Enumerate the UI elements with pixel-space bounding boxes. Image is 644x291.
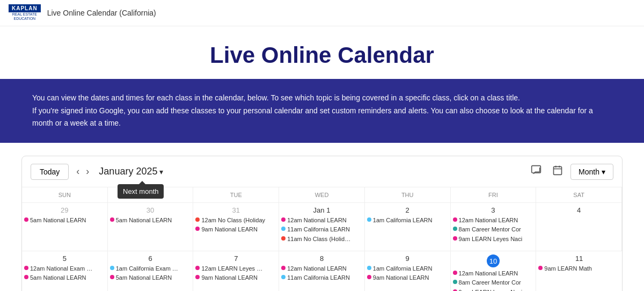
- nav-arrows: ‹ ›: [73, 166, 92, 177]
- table-row: 5 12am National Exam Pre 5am National LE…: [22, 251, 108, 291]
- date-number: 7: [195, 254, 276, 263]
- list-item[interactable]: 12am No Class (Holiday: [195, 216, 276, 224]
- top-bar: KAPLAN REAL ESTATEEDUCATION Live Online …: [0, 0, 644, 26]
- list-item[interactable]: 9am LEARN Leyes Naci: [453, 288, 534, 291]
- event-dot: [367, 275, 371, 279]
- list-item[interactable]: 9am LEARN Leyes Naci: [453, 235, 534, 243]
- prev-month-button[interactable]: ‹: [73, 166, 83, 177]
- kaplan-logo: KAPLAN REAL ESTATEEDUCATION: [9, 4, 41, 21]
- col-abbr-thu: THU: [367, 192, 448, 198]
- event-title: 5am National LEARN: [30, 274, 86, 281]
- event-dot: [367, 266, 371, 270]
- table-row: 2 1am California LEARN: [365, 203, 451, 251]
- date-number: 3: [453, 206, 534, 214]
- event-title: 9am LEARN Math: [544, 265, 592, 272]
- table-row: 30 5am National LEARN: [108, 203, 194, 251]
- list-item[interactable]: 12am National LEARN: [453, 270, 534, 277]
- event-dot: [453, 271, 457, 275]
- list-item[interactable]: 5am National LEARN: [24, 216, 105, 224]
- event-title: 9am LEARN Leyes Naci: [459, 235, 523, 243]
- event-dot: [453, 227, 457, 231]
- comment-icon-button[interactable]: [528, 163, 545, 180]
- info-line1: You can view the dates and times for eac…: [32, 92, 612, 105]
- event-dot: [281, 275, 286, 279]
- event-dot: [281, 217, 286, 222]
- month-view-button[interactable]: Month ▾: [570, 164, 613, 180]
- date-number: 2: [367, 206, 448, 214]
- event-dot: [453, 236, 457, 241]
- list-item[interactable]: 9am National LEARN: [195, 274, 276, 281]
- table-row: 6 1am California Exam Pre 5am National L…: [108, 251, 194, 291]
- list-item[interactable]: 9am National LEARN: [195, 225, 276, 233]
- table-row: Jan 1 12am National LEARN 11am Californi…: [279, 203, 365, 251]
- list-item[interactable]: 8am Career Mentor Cor: [453, 225, 534, 233]
- event-dot: [195, 275, 200, 279]
- event-dot: [195, 217, 200, 222]
- event-title: 12am National LEARN: [287, 216, 347, 224]
- event-title: 11am California LEARN: [287, 225, 350, 233]
- list-item[interactable]: 9am National LEARN: [367, 274, 448, 281]
- event-title: 11am No Class (Holiday): [287, 235, 352, 243]
- kaplan-sub: REAL ESTATEEDUCATION: [12, 12, 37, 21]
- list-item[interactable]: 8am Career Mentor Cor: [453, 279, 534, 286]
- list-item[interactable]: 11am California LEARN: [281, 274, 362, 281]
- today-button[interactable]: Today: [31, 164, 69, 180]
- col-header-tue: TUE: [193, 187, 279, 203]
- date-number: 8: [281, 254, 362, 263]
- event-title: 12am LEARN Leyes Nac: [201, 265, 266, 272]
- list-item[interactable]: 12am National LEARN: [453, 216, 534, 224]
- list-item[interactable]: 12am LEARN Leyes Nac: [195, 265, 276, 272]
- event-dot: [24, 217, 28, 222]
- event-title: 9am National LEARN: [373, 274, 429, 281]
- kaplan-badge: KAPLAN: [9, 4, 41, 12]
- month-dropdown-arrow[interactable]: ▾: [159, 168, 163, 176]
- event-dot: [110, 266, 114, 270]
- month-label: January 2025: [99, 166, 157, 177]
- col-header-fri: FRI: [451, 187, 537, 203]
- list-item[interactable]: 5am National LEARN: [24, 274, 105, 281]
- info-banner: You can view the dates and times for eac…: [0, 79, 644, 143]
- list-item[interactable]: 5am National LEARN: [110, 274, 191, 281]
- list-item[interactable]: 11am California LEARN: [281, 225, 362, 233]
- col-abbr-tue: TUE: [195, 192, 276, 198]
- list-item[interactable]: 11am No Class (Holiday): [281, 235, 362, 243]
- event-title: 12am No Class (Holiday: [201, 216, 265, 224]
- list-item[interactable]: 12am National Exam Pre: [24, 265, 105, 272]
- today-date-number: 10: [487, 254, 500, 267]
- col-header-wed: WED: [279, 187, 365, 203]
- col-abbr-sun: SUN: [24, 192, 105, 198]
- list-item[interactable]: 12am National LEARN: [281, 216, 362, 224]
- svg-rect-1: [554, 167, 562, 175]
- list-item[interactable]: 12am National LEARN: [281, 265, 362, 272]
- event-dot: [453, 280, 457, 284]
- event-dot: [195, 266, 200, 270]
- date-number: 5: [24, 254, 105, 263]
- list-item[interactable]: 1am California Exam Pre: [110, 265, 191, 272]
- event-title: 9am LEARN Leyes Naci: [459, 288, 523, 291]
- event-dot: [281, 236, 286, 241]
- date-number: 9: [367, 254, 448, 263]
- table-row: 8 12am National LEARN 11am California LE…: [279, 251, 365, 291]
- col-header-sun: SUN: [22, 187, 108, 203]
- event-title: 12am National LEARN: [459, 270, 518, 277]
- event-title: 9am National LEARN: [201, 225, 258, 233]
- month-view-arrow: ▾: [602, 168, 605, 176]
- event-title: 5am National LEARN: [116, 274, 172, 281]
- list-item[interactable]: 1am California LEARN: [367, 265, 448, 272]
- calendar-icon-button[interactable]: [549, 163, 566, 180]
- event-title: 12am National Exam Pre: [30, 265, 94, 272]
- page-title-area: Live Online Calendar: [0, 26, 644, 79]
- event-title: 11am California LEARN: [287, 274, 350, 281]
- col-header-sat: SAT: [536, 187, 622, 203]
- date-number: Jan 1: [281, 206, 362, 214]
- table-row: 31 12am No Class (Holiday 9am National L…: [193, 203, 279, 251]
- col-abbr-fri: FRI: [453, 192, 534, 198]
- event-title: 8am Career Mentor Cor: [459, 225, 521, 233]
- event-dot: [110, 217, 114, 222]
- next-month-button[interactable]: ›: [83, 166, 92, 177]
- list-item[interactable]: 5am National LEARN: [110, 216, 191, 224]
- list-item[interactable]: 9am LEARN Math: [538, 265, 620, 272]
- event-title: 1am California LEARN: [373, 265, 433, 272]
- list-item[interactable]: 1am California LEARN: [367, 216, 448, 224]
- event-title: 12am National LEARN: [287, 265, 347, 272]
